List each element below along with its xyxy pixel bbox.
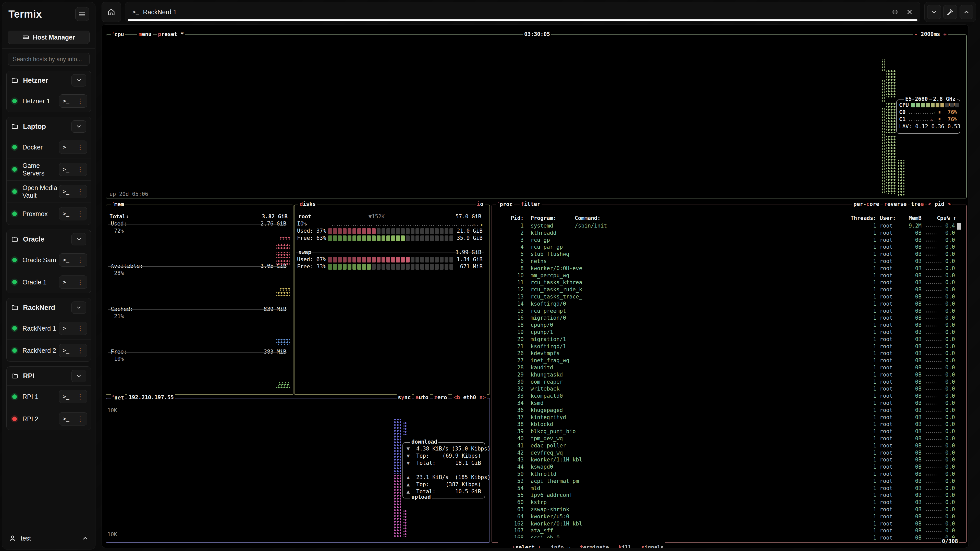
host-row-game-servers[interactable]: Game Servers>_⋮ [6, 159, 91, 181]
host-options-button[interactable]: ⋮ [73, 207, 87, 220]
folder-collapse-button[interactable] [72, 74, 86, 86]
proc-program[interactable]: migration/1 [531, 336, 566, 342]
update-interval[interactable]: - 2000ms + [913, 31, 948, 37]
col-program[interactable]: Program: [531, 215, 556, 221]
proc-program[interactable]: ipv6_addrconf [531, 492, 573, 498]
proc-program[interactable]: oom_reaper [531, 379, 563, 385]
proc-pid[interactable]: 29 [517, 372, 524, 378]
host-options-button[interactable]: ⋮ [73, 185, 87, 198]
proc-pid[interactable]: 64 [517, 513, 524, 519]
host-row-rpi-2[interactable]: RPI 2>_⋮ [6, 408, 91, 430]
proc-program[interactable]: mm_percpu_wq [531, 272, 570, 279]
proc-pid[interactable]: 40 [517, 435, 524, 441]
proc-pid[interactable]: 43 [517, 457, 524, 463]
proc-pid[interactable]: 60 [517, 499, 524, 505]
proc-pid[interactable]: 167 [514, 527, 524, 534]
folder-collapse-button[interactable] [72, 233, 86, 245]
proc-program[interactable]: kworker/0:0H-eve [531, 265, 582, 272]
host-options-button[interactable]: ⋮ [73, 322, 87, 335]
split-view-icon[interactable] [891, 8, 899, 16]
open-terminal-button[interactable]: >_ [59, 390, 73, 403]
proc-program[interactable]: slub_flushwq [531, 251, 570, 257]
host-manager-button[interactable]: Host Manager [8, 30, 89, 44]
proc-pid[interactable]: 26 [517, 350, 524, 356]
io-toggle[interactable]: io [476, 201, 485, 207]
host-options-button[interactable]: ⋮ [73, 141, 87, 154]
open-terminal-button[interactable]: >_ [59, 322, 73, 335]
proc-reverse-toggle[interactable]: reverse [883, 201, 908, 207]
proc-pid[interactable]: 16 [517, 315, 524, 321]
terminal-view[interactable]: ¹cpu menu preset * 03:30:05 - 2000ms + u… [102, 24, 969, 548]
proc-pid[interactable]: 21 [517, 343, 524, 349]
proc-pid[interactable]: 30 [517, 379, 524, 385]
proc-program[interactable]: khugepaged [531, 407, 563, 413]
select-key[interactable]: select [515, 545, 535, 548]
proc-pid[interactable]: 8 [520, 265, 524, 272]
col-threads[interactable]: Threads: [851, 215, 877, 221]
proc-tree-toggle[interactable]: tree [910, 201, 925, 207]
net-zero-button[interactable]: zero [433, 394, 449, 400]
proc-program[interactable]: kblockd [531, 421, 553, 427]
host-row-proxmox[interactable]: Proxmox>_⋮ [6, 203, 91, 225]
proc-program[interactable]: cpuhp/0 [531, 322, 553, 328]
proc-pid[interactable]: 32 [517, 386, 524, 392]
host-row-docker[interactable]: Docker>_⋮ [6, 136, 91, 159]
disks-box-label[interactable]: disks [298, 201, 317, 207]
terminate-key[interactable]: erminate [583, 545, 609, 548]
col-mem[interactable]: MemB [908, 215, 921, 221]
open-terminal-button[interactable]: >_ [59, 163, 73, 176]
collapse-button[interactable] [927, 5, 941, 19]
proc-program[interactable]: ksoftirqd/1 [531, 343, 566, 349]
host-options-button[interactable]: ⋮ [73, 163, 87, 176]
proc-program[interactable]: kdevtmpfs [531, 350, 560, 356]
expand-button[interactable] [959, 5, 974, 19]
proc-pid[interactable]: 5 [520, 251, 524, 257]
folder-header-racknerd[interactable]: RackNerd [6, 298, 91, 318]
signals-key[interactable]: ignals [644, 545, 664, 548]
folder-collapse-button[interactable] [72, 370, 86, 382]
proc-pid[interactable]: 162 [514, 521, 524, 527]
proc-program[interactable]: ksoftirqd/0 [531, 301, 566, 307]
proc-percore-toggle[interactable]: per-core [852, 201, 880, 207]
proc-scrollbar-thumb[interactable] [957, 223, 961, 230]
proc-program[interactable]: migration/0 [531, 315, 566, 321]
open-terminal-button[interactable]: >_ [59, 141, 73, 154]
proc-pid[interactable]: 2 [520, 230, 524, 236]
proc-program[interactable]: rcu_par_gp [531, 244, 563, 250]
menu-button[interactable]: menu [137, 31, 153, 37]
open-terminal-button[interactable]: >_ [59, 254, 73, 266]
proc-program[interactable]: inet_frag_wq [531, 357, 570, 364]
proc-program[interactable]: zswap-shrink [531, 507, 570, 513]
tools-button[interactable] [943, 5, 957, 19]
host-row-rpi-1[interactable]: RPI 1>_⋮ [6, 386, 91, 408]
proc-program[interactable]: kauditd [531, 365, 553, 371]
proc-pid[interactable]: 54 [517, 485, 524, 491]
proc-pid[interactable]: 12 [517, 286, 524, 292]
proc-pid[interactable]: 10 [517, 272, 524, 279]
proc-filter-button[interactable]: filter [520, 201, 542, 207]
host-row-oracle-sam[interactable]: Oracle Sam>_⋮ [6, 249, 91, 271]
proc-pid[interactable]: 44 [517, 464, 524, 470]
proc-pid[interactable]: 19 [517, 329, 524, 335]
proc-program[interactable]: kthreadd [531, 230, 556, 236]
proc-pid[interactable]: 13 [517, 294, 524, 300]
col-user[interactable]: User: [880, 215, 896, 221]
proc-pid[interactable]: 3 [520, 237, 524, 243]
proc-program[interactable]: kswapd0 [531, 464, 553, 470]
proc-program[interactable]: rcu_tasks_rude_k [531, 286, 582, 292]
open-terminal-button[interactable]: >_ [59, 413, 73, 425]
proc-pid[interactable]: 11 [517, 279, 524, 286]
home-button[interactable] [102, 2, 121, 22]
proc-program[interactable]: ata_sff [531, 527, 553, 534]
proc-program[interactable]: kcompactd0 [531, 393, 563, 399]
proc-pid[interactable]: 14 [517, 301, 524, 307]
proc-pid[interactable]: 15 [517, 308, 524, 314]
proc-pid[interactable]: 38 [517, 421, 524, 427]
proc-program[interactable]: rcu_tasks_trace_ [531, 294, 582, 300]
folder-header-rpi[interactable]: RPI [6, 367, 91, 386]
proc-pid[interactable]: 20 [517, 336, 524, 342]
sidebar-menu-button[interactable] [75, 7, 89, 21]
host-options-button[interactable]: ⋮ [73, 276, 87, 289]
proc-pid[interactable]: 1 [520, 223, 524, 229]
open-terminal-button[interactable]: >_ [59, 276, 73, 289]
